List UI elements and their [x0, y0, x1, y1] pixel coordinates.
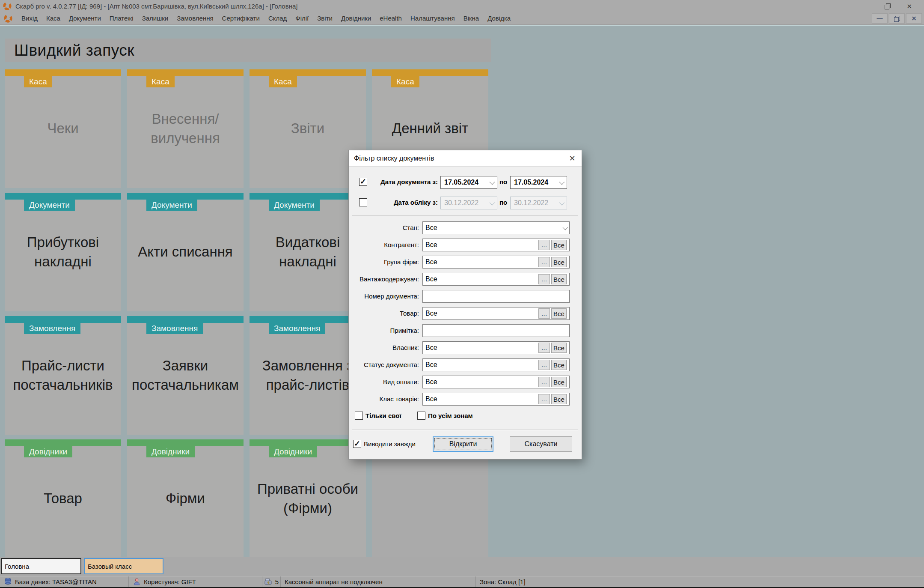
date-document-to-combo[interactable]: 17.05.2024 — [510, 176, 567, 189]
mdi-restore-button[interactable] — [889, 13, 905, 24]
field-lookup[interactable]: Все…Все — [422, 376, 570, 388]
menu-item-4[interactable]: Залишки — [138, 13, 173, 24]
separator — [352, 430, 578, 430]
field-value: Все — [425, 395, 537, 403]
menu-item-8[interactable]: Філії — [291, 13, 313, 24]
lookup-all-button[interactable]: Все — [551, 360, 567, 370]
chevron-down-icon — [559, 200, 565, 205]
date-document-to-value: 17.05.2024 — [514, 179, 548, 186]
tile-tovar[interactable]: ДовідникиТовар — [5, 439, 121, 558]
field-label: Вантажоодержувач: — [350, 275, 419, 283]
date-accounting-checkbox[interactable] — [359, 198, 367, 206]
lookup-more-button[interactable]: … — [538, 343, 550, 353]
mdi-minimize-button[interactable]: — — [872, 13, 888, 24]
lookup-all-button[interactable]: Все — [551, 257, 567, 267]
menu-item-1[interactable]: Каса — [42, 13, 65, 24]
lookup-more-button[interactable]: … — [538, 394, 550, 404]
lookup-all-button[interactable]: Все — [551, 274, 567, 284]
date-accounting-from-combo: 30.12.2022 — [440, 197, 497, 209]
field-row-0: Стан:Все — [349, 221, 582, 234]
page-title: Швидкий запуск — [14, 42, 134, 60]
lookup-more-button[interactable]: … — [538, 360, 550, 370]
field-input[interactable] — [422, 324, 570, 337]
menu-item-0[interactable]: Вихід — [17, 13, 42, 24]
field-label: Примітка: — [350, 327, 419, 334]
lookup-all-button[interactable]: Все — [551, 377, 567, 387]
lookup-all-button[interactable]: Все — [551, 308, 567, 319]
field-lookup[interactable]: Все…Все — [422, 239, 570, 251]
open-button[interactable]: Відкрити — [433, 436, 493, 452]
menu-app-icon — [3, 14, 13, 23]
tile-zaiavky[interactable]: ЗамовленняЗаявки постачальникам — [127, 316, 244, 435]
status-cash-message: Кассовый аппарат не подключен — [280, 576, 475, 587]
field-input[interactable] — [422, 290, 570, 303]
field-label: Контрагент: — [350, 241, 419, 248]
tile-label: Чеки — [5, 69, 121, 188]
field-lookup[interactable]: Все…Все — [422, 393, 570, 406]
date-accounting-from-value: 30.12.2022 — [444, 199, 478, 207]
menu-item-11[interactable]: eHealth — [375, 13, 406, 24]
lookup-all-button[interactable]: Все — [551, 343, 567, 353]
menu-item-5[interactable]: Замовлення — [172, 13, 217, 24]
date-document-from-combo[interactable]: 17.05.2024 — [440, 176, 497, 189]
lookup-more-button[interactable]: … — [538, 377, 550, 387]
check-icon: ✓ — [360, 177, 366, 186]
field-lookup[interactable]: Все…Все — [422, 307, 570, 320]
checkbox[interactable]: ✓ — [353, 440, 361, 448]
tab-bazovyi-klass[interactable]: Базовый класс — [84, 558, 163, 574]
menu-item-7[interactable]: Склад — [264, 13, 291, 24]
lookup-more-button[interactable]: … — [538, 257, 550, 267]
lookup-all-button[interactable]: Все — [551, 394, 567, 404]
field-row-10: Клас товарів:Все…Все — [349, 393, 582, 406]
tile-vnesennia[interactable]: КасаВнесення/вилучення — [127, 69, 244, 188]
checkbox[interactable] — [417, 412, 425, 420]
lookup-all-button[interactable]: Все — [551, 240, 567, 250]
status-zone: Зона: Склад [1] — [475, 576, 924, 587]
field-lookup[interactable]: Все…Все — [422, 256, 570, 269]
menu-item-2[interactable]: Документи — [65, 13, 105, 24]
field-label: Стан: — [350, 224, 419, 231]
lookup-more-button[interactable]: … — [538, 308, 550, 319]
always-show-checkbox[interactable]: ✓ Виводити завжди — [353, 440, 416, 448]
close-icon[interactable]: ✕ — [906, 3, 912, 9]
mdi-close-button[interactable]: ✕ — [906, 13, 922, 24]
cancel-button[interactable]: Скасувати — [510, 436, 572, 452]
minimize-icon[interactable]: — — [862, 3, 868, 9]
tile-firmy[interactable]: ДовідникиФірми — [127, 439, 244, 558]
field-row-9: Вид оплати:Все…Все — [349, 376, 582, 388]
field-row-5: Товар:Все…Все — [349, 307, 582, 320]
cash-register-icon — [264, 577, 272, 586]
menu-item-13[interactable]: Вікна — [459, 13, 484, 24]
field-value: Все — [425, 310, 537, 317]
field-label: Номер документа: — [350, 293, 419, 300]
field-lookup[interactable]: Все…Все — [422, 273, 570, 286]
dialog-footer: ✓ Виводити завжди Відкрити Скасувати — [349, 436, 582, 452]
tile-cheky[interactable]: КасаЧеки — [5, 69, 121, 188]
menu-item-12[interactable]: Налаштування — [406, 13, 459, 24]
tile-prybutkovi[interactable]: ДокументиПрибуткові накладні — [5, 193, 121, 311]
field-lookup[interactable]: Все…Все — [422, 341, 570, 354]
lookup-more-button[interactable]: … — [538, 240, 550, 250]
all-zones-checkbox[interactable]: По усім зонам — [417, 412, 473, 420]
field-lookup[interactable]: Все…Все — [422, 358, 570, 371]
menu-item-3[interactable]: Платежі — [105, 13, 138, 24]
tab-golovna[interactable]: Головна — [1, 558, 81, 574]
tile-akty-spysannia[interactable]: ДокументиАкти списання — [127, 193, 244, 311]
lookup-more-button[interactable]: … — [538, 274, 550, 284]
user-text: Користувач: GIFT — [144, 578, 196, 585]
menu-item-6[interactable]: Сертифікати — [218, 13, 264, 24]
menu-item-14[interactable]: Довідка — [483, 13, 515, 24]
checkbox[interactable] — [355, 412, 363, 420]
field-value: Все — [425, 224, 563, 232]
menu-item-10[interactable]: Довідники — [337, 13, 375, 24]
date-document-from-value: 17.05.2024 — [444, 179, 478, 186]
field-combobox[interactable]: Все — [422, 221, 570, 234]
all-zones-label: По усім зонам — [428, 412, 473, 419]
zone-checkbox-row: Тільки свої По усім зонам — [349, 412, 582, 422]
only-own-checkbox[interactable]: Тільки свої — [355, 412, 401, 420]
restore-icon[interactable] — [885, 3, 890, 9]
dialog-close-icon[interactable]: ✕ — [563, 150, 582, 167]
tile-price-lysty[interactable]: ЗамовленняПрайс-листи постачальників — [5, 316, 121, 435]
date-document-checkbox[interactable]: ✓ — [359, 178, 367, 186]
menu-item-9[interactable]: Звіти — [313, 13, 337, 24]
